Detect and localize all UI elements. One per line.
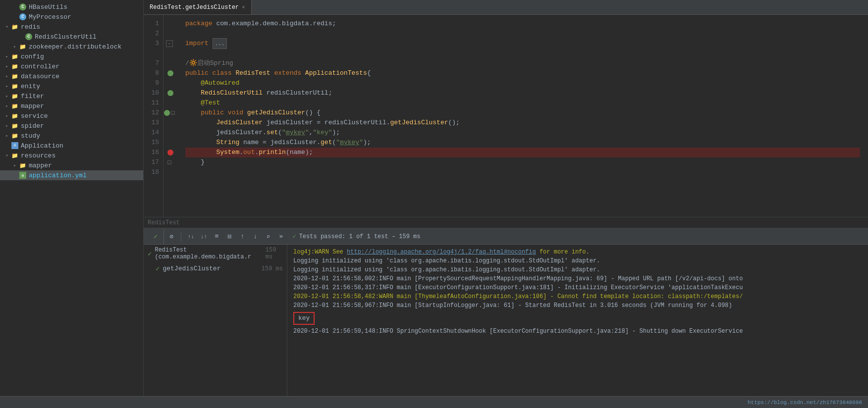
sidebar-item-mapper[interactable]: 📁 mapper — [0, 101, 143, 111]
key-output-container: key — [293, 311, 862, 326]
code-line: @Autowired — [185, 78, 860, 88]
sidebar-item-filter[interactable]: 📁 filter — [0, 91, 143, 101]
code-line-error: System.out.println(name); — [185, 148, 860, 157]
sidebar-label: study — [21, 132, 40, 140]
editor-tab[interactable]: RedisTest.getJedisCluster × — [144, 0, 252, 14]
output-line: Logging initialized using 'class org.apa… — [293, 256, 862, 265]
more-button[interactable]: » — [275, 231, 286, 242]
folder-icon: 📁 — [11, 82, 19, 90]
fold-button[interactable]: - — [171, 111, 175, 115]
folder-icon: 📁 — [11, 132, 19, 140]
search-button[interactable]: ⌕ — [263, 231, 273, 242]
output-line: 2020-12-01 21:56:58,002:INFO main [Prope… — [293, 274, 862, 283]
sidebar-label: controller — [21, 63, 59, 70]
tree-arrow-expanded — [4, 153, 10, 158]
test-pass-icon: ✓ — [148, 250, 152, 258]
sidebar-label: redis — [21, 23, 40, 31]
sidebar-item-myprocessor[interactable]: C MyProcessor — [0, 12, 143, 22]
code-line: package com.example.demo.bigdata.redis; — [185, 19, 860, 29]
bottom-panel: ✓ ⊘ ↑↓ ↓↑ ≡ ⊟ ↑ ↓ ⌕ » ✓ Tests passed: 1 … — [144, 228, 868, 396]
output-line: Logging initialized using 'class org.apa… — [293, 265, 862, 274]
code-line: jedisCluster.set("mykey","key"); — [185, 128, 860, 138]
tree-arrow — [4, 133, 10, 139]
test-panel: ✓ RedisTest (com.example.demo.bigdata.r … — [144, 245, 287, 396]
folder-icon: 📁 — [19, 43, 27, 51]
code-line: } — [185, 157, 860, 167]
code-line: JedisCluster jedisCluster = redisCluster… — [185, 118, 860, 128]
sidebar-item-config[interactable]: 📁 config — [0, 51, 143, 61]
log-link[interactable]: http://logging.apache.org/log4j/1.2/faq.… — [347, 249, 536, 255]
sidebar-label: datasource — [21, 73, 59, 80]
folder-icon: 📁 — [11, 122, 19, 130]
test-time: 159 ms — [262, 265, 283, 272]
sidebar-item-service[interactable]: 📁 service — [0, 111, 143, 121]
line-numbers: 1 2 3 7 8 9 10 11 12 13 14 15 16 17 18 — [144, 15, 163, 217]
tree-arrow — [4, 103, 10, 109]
folder-icon: 📁 — [11, 62, 19, 70]
sidebar-item-mapper2[interactable]: 📁 mapper — [0, 160, 143, 170]
code-line: /🔆启动Spring — [185, 58, 860, 68]
tab-label: RedisTest.getJedisCluster — [150, 4, 239, 11]
code-line: public class RedisTest extends Applicati… — [185, 68, 860, 78]
sidebar: C HBaseUtils C MyProcessor 📁 redis C Red… — [0, 0, 144, 396]
test-pass-icon: ✓ — [156, 264, 160, 273]
align-button[interactable]: ≡ — [211, 231, 222, 242]
test-label: getJedisCluster — [163, 265, 220, 272]
sidebar-item-controller[interactable]: 📁 controller — [0, 61, 143, 71]
sidebar-label: service — [21, 112, 48, 120]
folder-icon: 📁 — [11, 152, 19, 159]
folder-icon: 📁 — [11, 112, 19, 120]
output-panel[interactable]: log4j:WARN See http://logging.apache.org… — [287, 245, 868, 396]
sidebar-item-spider[interactable]: 📁 spider — [0, 121, 143, 131]
down-button[interactable]: ↓ — [250, 231, 261, 242]
sidebar-item-resources[interactable]: 📁 resources — [0, 151, 143, 160]
sort-desc-button[interactable]: ↓↑ — [198, 231, 209, 242]
tree-arrow — [4, 53, 10, 59]
code-line: public void getJedisCluster() { — [185, 108, 860, 118]
test-item-redistest[interactable]: ✓ RedisTest (com.example.demo.bigdata.r … — [144, 245, 287, 262]
fold-button[interactable]: - — [167, 160, 171, 164]
test-item-getjediscluster[interactable]: ✓ getJedisCluster 159 ms — [144, 262, 287, 275]
toolbar-status: ✓ Tests passed: 1 of 1 test – 159 ms — [292, 233, 420, 240]
collapse-button[interactable]: ⊟ — [224, 231, 235, 242]
sidebar-label: filter — [21, 93, 44, 100]
sidebar-item-datasource[interactable]: 📁 datasource — [0, 71, 143, 81]
code-content[interactable]: package com.example.demo.bigdata.redis; … — [177, 15, 868, 217]
code-line: @Test — [185, 98, 860, 108]
sidebar-item-application-yml[interactable]: ⚙ application.yml — [0, 170, 143, 180]
code-editor[interactable]: 1 2 3 7 8 9 10 11 12 13 14 15 16 17 18 — [144, 15, 868, 217]
main-container: C HBaseUtils C MyProcessor 📁 redis C Red… — [0, 0, 868, 396]
fold-button[interactable]: - — [166, 40, 173, 47]
sidebar-label: enity — [21, 83, 40, 90]
status-url[interactable]: https://blog.csdn.net/zh17673640696 — [748, 400, 862, 406]
pass-icon: ✓ — [154, 232, 158, 241]
tree-arrow-expanded — [4, 24, 10, 30]
sort-asc-button[interactable]: ↑↓ — [185, 231, 196, 242]
sidebar-item-study[interactable]: 📁 study — [0, 131, 143, 141]
tree-arrow — [4, 113, 10, 119]
bottom-content: ✓ RedisTest (com.example.demo.bigdata.r … — [144, 245, 868, 396]
folder-icon: 📁 — [11, 23, 19, 31]
sidebar-item-redisclusterutil[interactable]: C RedisClusterUtil — [0, 32, 143, 42]
sidebar-label: spider — [21, 122, 44, 130]
tree-arrow-collapsed — [12, 44, 18, 50]
test-status-text: Tests passed: 1 of 1 test – 159 ms — [299, 233, 421, 240]
up-button[interactable]: ↑ — [237, 231, 248, 242]
sidebar-item-zookeeper[interactable]: 📁 zookeeper.distributelock — [0, 42, 143, 51]
test-time: 159 ms — [266, 247, 283, 260]
editor-area: RedisTest.getJedisCluster × 1 2 3 7 8 9 … — [144, 0, 868, 396]
sidebar-label: mapper — [29, 162, 52, 169]
sidebar-item-enity[interactable]: 📁 enity — [0, 81, 143, 91]
tab-close-button[interactable]: × — [242, 4, 245, 10]
sidebar-item-redis[interactable]: 📁 redis — [0, 22, 143, 32]
sidebar-item-hbaseutils[interactable]: C HBaseUtils — [0, 2, 143, 12]
pass-icon-small: ✓ — [292, 233, 296, 240]
stop-button[interactable]: ⊘ — [166, 231, 177, 242]
tree-arrow — [4, 73, 10, 79]
sidebar-item-application[interactable]: A Application — [0, 141, 143, 151]
file-label: RedisTest — [148, 219, 180, 226]
import-collapsed[interactable]: ... — [213, 38, 227, 49]
key-output-box: key — [293, 312, 315, 325]
run-tab: ✓ — [148, 229, 164, 244]
code-line: RedisClusterUtil redisClusterUtil; — [185, 88, 860, 98]
